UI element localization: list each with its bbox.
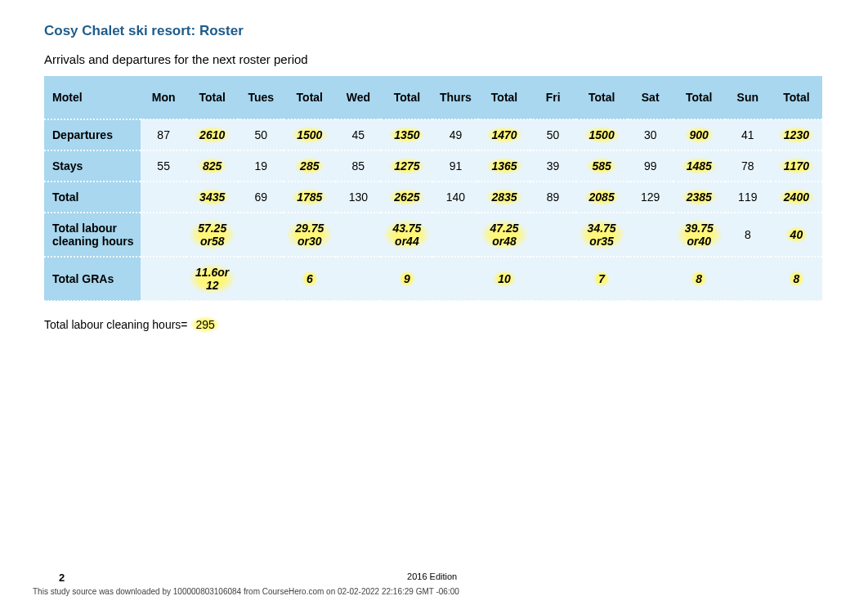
highlighted-value: 34.75 or35 [579,220,624,249]
table-cell: 69 [238,182,284,213]
highlighted-value: 2625 [389,189,424,205]
table-cell [432,257,478,301]
table-cell: 57.25 or58 [186,213,238,257]
table-cell: 29.75 or30 [284,213,335,257]
highlighted-value: 40 [785,226,808,243]
footnote: Total labour cleaning hours= 295 [44,316,824,333]
row-label: Total GRAs [44,257,141,301]
table-cell: 87 [141,119,186,150]
table-cell: 1230 [771,119,822,150]
table-cell [530,257,576,301]
table-cell: 285 [284,150,335,182]
table-cell: 1500 [576,119,628,150]
table-row: Total labour cleaning hours57.25 or5829.… [44,213,822,257]
page-number: 2 [44,571,65,584]
table-cell: 825 [186,150,238,182]
footnote-value: 295 [190,316,219,333]
col-header: Total [673,76,725,119]
col-header: Total [478,76,530,119]
highlighted-value: 1500 [292,127,327,143]
table-cell: 10 [478,257,530,301]
highlighted-value: 585 [587,158,615,174]
highlighted-value: 1365 [486,158,521,174]
table-cell: 99 [628,150,673,182]
highlighted-value: 2085 [584,189,620,205]
table-cell: 2610 [186,119,238,150]
table-cell: 78 [725,150,771,182]
table-cell: 129 [628,182,673,213]
highlighted-value: 47.25 or48 [481,220,526,249]
highlighted-value: 1500 [584,127,620,143]
col-header: Total [576,76,628,119]
table-cell: 50 [530,119,576,150]
table-cell [238,257,284,301]
highlighted-value: 825 [198,158,226,174]
table-cell: 585 [576,150,628,182]
table-cell: 2085 [576,182,628,213]
table-cell: 43.75 or44 [381,213,432,257]
table-cell: 34.75 or35 [576,213,628,257]
table-cell: 30 [628,119,673,150]
table-cell: 9 [381,257,432,301]
page-title: Cosy Chalet ski resort: Roster [44,23,824,39]
highlighted-value: 8 [691,271,707,287]
col-header: Tues [238,76,284,119]
table-cell: 3435 [186,182,238,213]
highlighted-value: 8 [789,271,805,287]
col-header: Sun [725,76,771,119]
highlighted-value: 43.75 or44 [384,220,429,249]
highlighted-value: 2400 [779,189,814,205]
table-cell [628,213,673,257]
table-cell: 47.25 or48 [478,213,530,257]
row-label: Stays [44,150,141,182]
highlighted-value: 1350 [389,127,424,143]
table-cell: 1350 [381,119,432,150]
col-header: Total [381,76,432,119]
table-cell: 8 [725,213,771,257]
table-cell: 1365 [478,150,530,182]
highlighted-value: 285 [295,158,324,174]
col-header: Thurs [432,76,478,119]
highlighted-value: 1470 [486,127,521,143]
edition-label: 2016 Edition [65,571,799,584]
table-cell: 91 [432,150,478,182]
col-header: Wed [335,76,381,119]
col-header: Sat [628,76,673,119]
table-cell [432,213,478,257]
table-cell: 55 [141,150,186,182]
table-cell: 2385 [673,182,725,213]
col-header: Total [284,76,335,119]
table-row: Total GRAs11.6or 126910788 [44,257,822,301]
col-header: Total [186,76,238,119]
highlighted-value: 1275 [389,158,424,174]
table-row: Departures872610501500451350491470501500… [44,119,822,150]
table-cell: 140 [432,182,478,213]
highlighted-value: 3435 [195,189,230,205]
col-header: Fri [530,76,576,119]
table-header-row: MotelMonTotalTuesTotalWedTotalThursTotal… [44,76,822,119]
download-notice: This study source was downloaded by 1000… [0,587,868,596]
highlighted-value: 10 [493,271,516,287]
table-cell: 89 [530,182,576,213]
table-cell: 11.6or 12 [186,257,238,301]
table-cell [335,257,381,301]
highlighted-value: 39.75 or40 [677,220,722,249]
table-cell: 7 [576,257,628,301]
table-cell: 8 [673,257,725,301]
table-cell [725,257,771,301]
col-header: Mon [141,76,186,119]
table-cell: 19 [238,150,284,182]
table-cell: 50 [238,119,284,150]
table-cell: 1170 [771,150,822,182]
table-row: Total34356917851302625140283589208512923… [44,182,822,213]
table-cell: 39 [530,150,576,182]
highlighted-value: 2385 [682,189,717,205]
highlighted-value: 11.6or 12 [190,264,235,294]
table-cell: 6 [284,257,335,301]
table-cell [628,257,673,301]
table-cell: 8 [771,257,822,301]
table-cell: 40 [771,213,822,257]
table-cell: 1500 [284,119,335,150]
table-row: Stays55825192858512759113653958599148578… [44,150,822,182]
table-cell [141,213,186,257]
